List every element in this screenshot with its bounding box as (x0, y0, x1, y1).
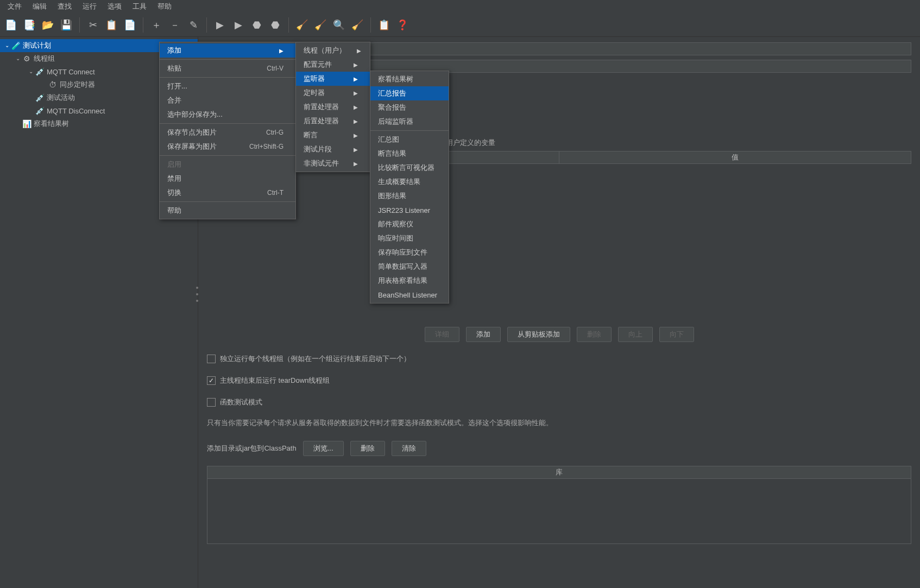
ctx-assertion[interactable]: 断言▶ (296, 128, 370, 142)
ctx-label: 线程（用户） (304, 46, 346, 55)
ctx-disable[interactable]: 禁用 (160, 172, 295, 186)
wand-icon[interactable]: ✎ (186, 17, 201, 33)
toolbar-separator (143, 17, 143, 33)
ctx-backend-listener[interactable]: 后端监听器 (370, 115, 449, 129)
btn-classpath-delete[interactable]: 删除 (350, 441, 385, 456)
ctx-save-screen-image[interactable]: 保存屏幕为图片 Ctrl+Shift-G (160, 140, 295, 154)
ctx-response-time-graph[interactable]: 响应时间图 (370, 231, 449, 245)
ctx-label: 汇总图 (378, 135, 399, 144)
ctx-threads[interactable]: 线程（用户）▶ (296, 43, 370, 58)
ctx-label: 响应时间图 (378, 233, 413, 243)
menu-run[interactable]: 运行 (78, 1, 101, 12)
submenu-arrow-icon: ▶ (354, 62, 358, 68)
chk-functional-label: 函数测试模式 (220, 397, 262, 407)
open-icon[interactable]: 📂 (40, 17, 55, 33)
toolbar: 📄📑📂💾✂📋📄＋－✎▶▶⬣⬣🧹🧹🔍🧹📋❓ (0, 13, 920, 37)
new-file-icon[interactable]: 📄 (3, 17, 18, 33)
btn-up[interactable]: 向上 (618, 327, 653, 342)
btn-add[interactable]: 添加 (466, 327, 501, 342)
minus-icon[interactable]: － (167, 17, 182, 33)
ctx-mail-visualizer[interactable]: 邮件观察仪 (370, 217, 449, 231)
ctx-save-selection[interactable]: 选中部分保存为... (160, 108, 295, 122)
ctx-aggregate-report[interactable]: 聚合报告 (370, 100, 449, 115)
save-icon[interactable]: 💾 (59, 17, 74, 33)
menu-search[interactable]: 查找 (53, 1, 76, 12)
ctx-label: 选中部分保存为... (167, 110, 223, 119)
ctx-view-results-tree[interactable]: 察看结果树 (370, 72, 449, 86)
ctx-label: 前置处理器 (304, 102, 339, 112)
toolbar-separator (79, 17, 80, 33)
cut-icon[interactable]: ✂ (85, 17, 100, 33)
ctx-label: 保存屏幕为图片 (167, 142, 217, 151)
ctx-label: JSR223 Listener (378, 206, 430, 214)
clear-all-icon[interactable]: 🧹 (313, 17, 328, 33)
ctx-listener[interactable]: 监听器▶ (296, 72, 370, 86)
ctx-help[interactable]: 帮助 (160, 204, 295, 218)
submenu-arrow-icon: ▶ (354, 90, 358, 96)
ctx-generate-summary[interactable]: 生成概要结果 (370, 175, 449, 189)
run-icon[interactable]: ▶ (212, 17, 228, 33)
chk-serial-label: 独立运行每个线程组（例如在一个组运行结束后启动下一个） (220, 354, 411, 364)
btn-detail[interactable]: 详细 (425, 327, 459, 342)
chk-teardown[interactable] (207, 376, 216, 385)
ctx-label: 聚合报告 (378, 103, 406, 112)
submenu-arrow-icon: ▶ (357, 48, 361, 54)
paste-icon[interactable]: 📄 (122, 17, 137, 33)
library-list[interactable] (207, 479, 911, 544)
ctx-config[interactable]: 配置元件▶ (296, 58, 370, 72)
ctx-label: 定时器 (304, 88, 325, 98)
plus-icon[interactable]: ＋ (149, 17, 164, 33)
submenu-arrow-icon: ▶ (279, 48, 283, 54)
copy-icon[interactable]: 📋 (104, 17, 119, 33)
ctx-add[interactable]: 添加 ▶ (160, 43, 295, 58)
ctx-nontest[interactable]: 非测试元件▶ (296, 156, 370, 170)
ctx-summary-report[interactable]: 汇总报告 (370, 86, 449, 100)
ctx-paste[interactable]: 粘贴 Ctrl-V (160, 61, 295, 75)
chk-serial-thread-groups[interactable] (207, 355, 216, 363)
btn-delete[interactable]: 删除 (577, 327, 612, 342)
ctx-save-response-file[interactable]: 保存响应到文件 (370, 245, 449, 260)
ctx-save-node-image[interactable]: 保存节点为图片 Ctrl-G (160, 125, 295, 140)
menu-file[interactable]: 文件 (3, 1, 26, 12)
ctx-toggle[interactable]: 切换 Ctrl-T (160, 186, 295, 200)
ctx-view-results-table[interactable]: 用表格察看结果 (370, 274, 449, 288)
ctx-compare-assertion[interactable]: 比较断言可视化器 (370, 161, 449, 175)
shutdown-icon[interactable]: ⬣ (268, 17, 283, 33)
stop-icon[interactable]: ⬣ (249, 17, 264, 33)
ctx-postprocessor[interactable]: 后置处理器▶ (296, 114, 370, 128)
ctx-timer[interactable]: 定时器▶ (296, 86, 370, 100)
ctx-label: 打开... (167, 81, 187, 91)
ctx-jsr223-listener[interactable]: JSR223 Listener (370, 203, 449, 217)
shortcut-label: Ctrl+Shift-G (249, 143, 283, 150)
ctx-fragment[interactable]: 测试片段▶ (296, 142, 370, 156)
ctx-label: 邮件观察仪 (378, 219, 413, 229)
btn-down[interactable]: 向下 (659, 327, 694, 342)
ctx-open[interactable]: 打开... (160, 79, 295, 93)
ctx-label: 监听器 (304, 74, 325, 84)
templates-icon[interactable]: 📑 (22, 17, 37, 33)
menu-help[interactable]: 帮助 (153, 1, 176, 12)
toolbar-separator (370, 17, 371, 33)
clear-icon[interactable]: 🧹 (294, 17, 310, 33)
broom-icon[interactable]: 🧹 (350, 17, 365, 33)
search-icon[interactable]: 🔍 (331, 17, 346, 33)
ctx-graph-results[interactable]: 图形结果 (370, 189, 449, 203)
menu-edit[interactable]: 编辑 (28, 1, 51, 12)
ctx-simple-data-writer[interactable]: 简单数据写入器 (370, 260, 449, 274)
chk-functional-mode[interactable] (207, 398, 216, 407)
func-icon[interactable]: 📋 (376, 17, 392, 33)
ctx-aggregate-graph[interactable]: 汇总图 (370, 132, 449, 147)
btn-add-from-clipboard[interactable]: 从剪贴板添加 (507, 327, 570, 342)
context-menu-listener: 察看结果树 汇总报告 聚合报告 后端监听器 汇总图 断言结果 比较断言可视化器 … (370, 71, 449, 304)
ctx-beanshell-listener[interactable]: BeanShell Listener (370, 288, 449, 302)
menu-tools[interactable]: 工具 (128, 1, 151, 12)
run-remote-icon[interactable]: ▶ (231, 17, 246, 33)
menu-options[interactable]: 选项 (103, 1, 126, 12)
btn-browse[interactable]: 浏览... (303, 441, 344, 456)
btn-classpath-clear[interactable]: 清除 (392, 441, 426, 456)
ctx-preprocessor[interactable]: 前置处理器▶ (296, 100, 370, 114)
ctx-merge[interactable]: 合并 (160, 93, 295, 108)
ctx-label: 帮助 (167, 206, 181, 216)
help-icon[interactable]: ❓ (395, 17, 410, 33)
ctx-assertion-results[interactable]: 断言结果 (370, 147, 449, 161)
